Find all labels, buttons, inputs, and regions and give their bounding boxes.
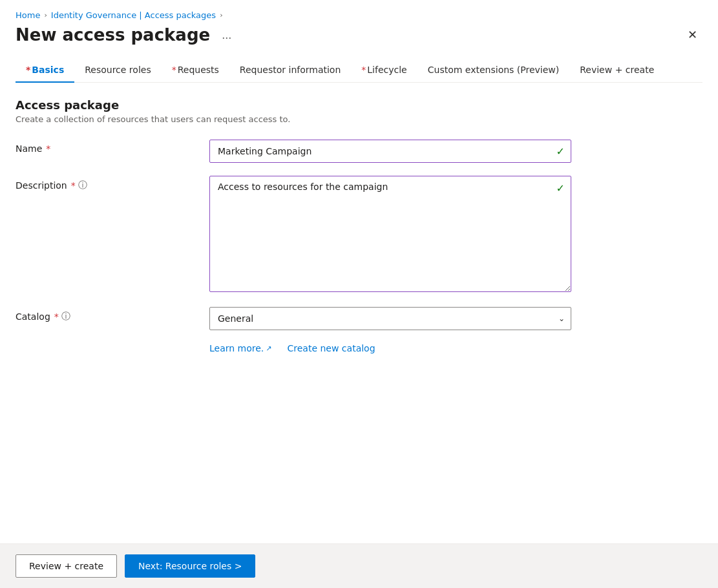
panel-content: Access package Create a collection of re… [0,83,718,543]
breadcrumb: Home › Identity Governance | Access pack… [16,10,702,20]
tab-review-create[interactable]: Review + create [569,58,664,83]
panel-header: Home › Identity Governance | Access pack… [0,0,718,83]
tab-lifecycle[interactable]: *Lifecycle [351,58,417,83]
links-row: Learn more. ↗ Create new catalog [16,343,702,353]
learn-more-link[interactable]: Learn more. ↗ [209,343,272,353]
breadcrumb-identity-governance[interactable]: Identity Governance | Access packages [51,10,216,20]
tab-requestor-information[interactable]: Requestor information [229,58,351,83]
create-catalog-link[interactable]: Create new catalog [288,343,375,353]
description-check-icon: ✓ [556,182,565,194]
requests-required-star: * [172,65,176,75]
tab-custom-extensions[interactable]: Custom extensions (Preview) [417,58,570,83]
description-textarea[interactable]: Access to resources for the campaign [209,176,571,292]
ellipsis-button[interactable]: ... [216,26,237,45]
catalog-form-group: Catalog * ⓘ General Default ⌄ [16,307,702,330]
panel-footer: Review + create Next: Resource roles > [0,543,718,588]
description-label: Description * ⓘ [16,176,209,191]
catalog-info-icon[interactable]: ⓘ [61,311,70,322]
description-control-wrap: Access to resources for the campaign ✓ [209,176,571,294]
catalog-select[interactable]: General Default [209,307,571,330]
catalog-control-wrap: General Default ⌄ [209,307,571,330]
breadcrumb-chevron-1: › [44,11,47,19]
breadcrumb-chevron-2: › [220,11,222,19]
next-resource-roles-button[interactable]: Next: Resource roles > [125,554,255,578]
tab-basics[interactable]: *Basics [16,58,74,83]
close-button[interactable]: ✕ [682,26,702,43]
name-control-wrap: ✓ [209,140,571,163]
description-form-group: Description * ⓘ Access to resources for … [16,176,702,294]
lifecycle-required-star: * [361,65,366,75]
description-required-star: * [71,180,76,191]
name-label: Name * [16,140,209,154]
new-access-package-panel: Home › Identity Governance | Access pack… [0,0,718,588]
catalog-required-star: * [54,311,59,322]
learn-more-external-icon: ↗ [266,344,271,353]
review-create-button[interactable]: Review + create [16,554,117,578]
section-title: Access package [16,98,702,112]
page-title: New access package [16,25,210,45]
section-description: Create a collection of resources that us… [16,114,702,124]
name-check-icon: ✓ [556,145,565,158]
title-row: New access package ... ✕ [16,25,702,45]
catalog-label: Catalog * ⓘ [16,307,209,322]
name-input[interactable] [209,140,571,163]
basics-required-star: * [26,65,30,75]
description-textarea-wrapper: Access to resources for the campaign ✓ [209,176,571,294]
tab-resource-roles[interactable]: Resource roles [74,58,161,83]
title-left: New access package ... [16,25,237,45]
description-info-icon[interactable]: ⓘ [78,180,87,191]
tabs-nav: *Basics Resource roles *Requests Request… [16,58,702,83]
breadcrumb-home[interactable]: Home [16,10,40,20]
tab-requests[interactable]: *Requests [162,58,229,83]
name-form-group: Name * ✓ [16,140,702,163]
catalog-select-wrapper: General Default ⌄ [209,307,571,330]
name-required-star: * [46,143,50,154]
name-input-wrapper: ✓ [209,140,571,163]
